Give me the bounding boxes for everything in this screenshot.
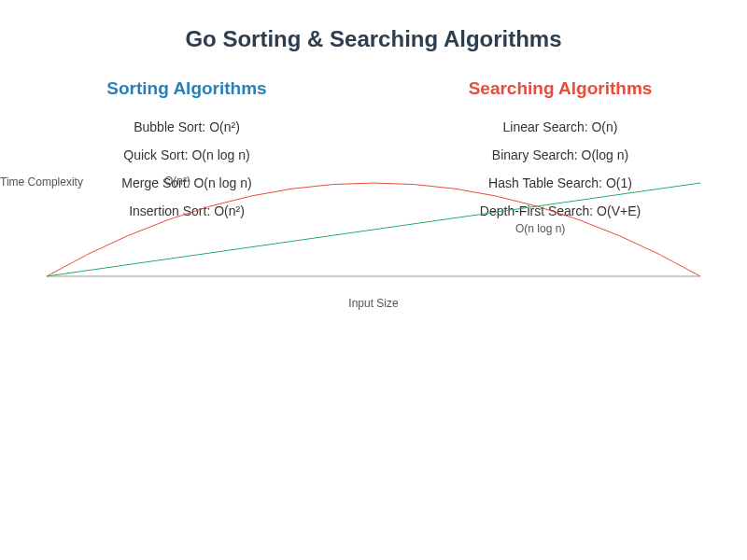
sorting-column: Sorting Algorithms Bubble Sort: O(n²) Qu… — [0, 78, 374, 231]
list-item: Hash Table Search: O(1) — [374, 175, 747, 190]
list-item: Quick Sort: O(n log n) — [0, 147, 374, 162]
list-item: Linear Search: O(n) — [374, 119, 747, 134]
searching-heading: Searching Algorithms — [374, 78, 747, 99]
page-title: Go Sorting & Searching Algorithms — [0, 26, 747, 52]
x-axis-label: Input Size — [0, 297, 747, 310]
list-item: Insertion Sort: O(n²) — [0, 203, 374, 218]
searching-column: Searching Algorithms Linear Search: O(n)… — [374, 78, 747, 231]
curve-label-nlogn: O(n log n) — [515, 222, 565, 235]
curve-label-n2: O(n²) — [164, 175, 190, 188]
list-item: Depth-First Search: O(V+E) — [374, 203, 747, 218]
algorithm-columns: Sorting Algorithms Bubble Sort: O(n²) Qu… — [0, 78, 747, 231]
list-item: Bubble Sort: O(n²) — [0, 119, 374, 134]
sorting-heading: Sorting Algorithms — [0, 78, 374, 99]
list-item: Binary Search: O(log n) — [374, 147, 747, 162]
y-axis-label: Time Complexity — [0, 175, 83, 189]
